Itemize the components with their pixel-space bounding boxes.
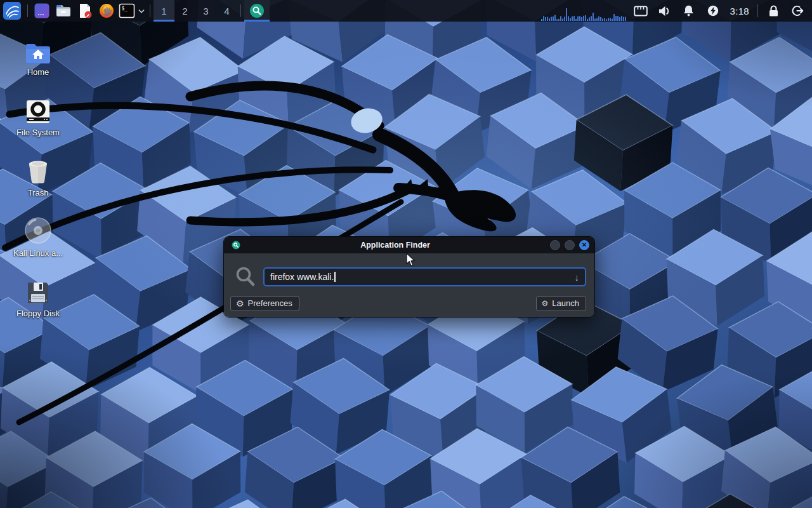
workspace-button-4[interactable]: 4 — [216, 0, 237, 22]
desktop-icon-label: Home — [27, 67, 49, 77]
app-window-icon — [34, 3, 50, 19]
floppy-disk-icon — [26, 277, 50, 305]
trash-can-icon — [25, 156, 51, 184]
close-button[interactable]: ✕ — [579, 240, 589, 250]
close-icon: ✕ — [582, 242, 587, 248]
folder-icon — [55, 3, 72, 19]
lock-icon — [768, 5, 779, 17]
window-title: Application Finder — [240, 241, 550, 250]
launcher-firefox[interactable] — [96, 0, 117, 22]
chevron-down-icon — [138, 9, 145, 13]
preferences-button-label: Preferences — [248, 298, 292, 308]
maximize-button[interactable] — [565, 240, 575, 250]
desktop-icon-floppy[interactable]: Floppy Disk — [5, 277, 71, 318]
kali-logo-icon — [3, 2, 21, 20]
cpu-graph[interactable] — [541, 0, 629, 22]
desktop-icon-label: Trash — [28, 188, 49, 197]
launch-gear-icon: ⚙ — [542, 300, 549, 307]
logout-button[interactable] — [790, 0, 804, 22]
panel-separator — [240, 4, 241, 17]
search-icon — [235, 266, 256, 288]
search-input[interactable]: firefox www.kali. ↓ — [263, 267, 586, 286]
terminal-icon: $_ — [119, 3, 135, 18]
text-caret — [334, 272, 336, 282]
launch-button-label: Launch — [552, 298, 579, 308]
workspace-label: 4 — [224, 6, 229, 17]
application-finder-icon — [232, 241, 240, 250]
desktop-icon-home[interactable]: Home — [5, 36, 71, 77]
desktop-root: { "panel": { "launchers": { "kali_menu":… — [0, 0, 812, 508]
optical-disc-icon — [24, 217, 52, 244]
svg-text:$_: $_ — [122, 6, 128, 11]
firefox-icon — [98, 3, 115, 19]
launcher-app-window[interactable] — [31, 0, 53, 22]
power-lightning-icon — [707, 5, 719, 17]
desktop-icon-column: Home File System — [5, 36, 71, 337]
volume-tray-item[interactable] — [658, 0, 672, 22]
workspace-button-3[interactable]: 3 — [195, 0, 216, 22]
workspace-label: 3 — [203, 6, 208, 17]
harddisk-icon — [26, 96, 50, 124]
application-finder-icon — [249, 3, 265, 18]
home-folder-icon — [25, 36, 51, 64]
top-panel: $_ 1 2 3 4 — [0, 0, 812, 22]
launcher-text-editor[interactable] — [74, 0, 96, 22]
bell-icon — [683, 5, 695, 17]
taskbar-application-finder[interactable] — [244, 0, 270, 22]
clock[interactable]: 3:18 — [730, 6, 749, 17]
mouse-cursor — [404, 253, 417, 267]
ethernet-icon — [634, 6, 648, 17]
application-finder-window: Application Finder ✕ firefox www.kali. ↓ — [223, 236, 595, 318]
speaker-icon — [658, 6, 671, 17]
desktop-icon-label: Kali Linux a... — [13, 248, 63, 258]
panel-tray: 3:18 — [541, 0, 812, 22]
terminal-menu-chevron[interactable] — [136, 0, 147, 22]
panel-separator — [757, 4, 758, 17]
desktop-icon-label: Floppy Disk — [16, 309, 60, 318]
workspace-label: 2 — [182, 6, 187, 17]
workspace-button-2[interactable]: 2 — [174, 0, 195, 22]
desktop-icon-kali-cd[interactable]: Kali Linux a... — [5, 217, 71, 258]
lock-screen-button[interactable] — [766, 0, 780, 22]
notifications-tray-item[interactable] — [682, 0, 696, 22]
titlebar[interactable]: Application Finder ✕ — [224, 237, 594, 253]
panel-separator — [27, 4, 28, 17]
search-input-value: firefox www.kali. — [270, 272, 334, 282]
desktop-icon-filesystem[interactable]: File System — [5, 96, 71, 137]
network-tray-item[interactable] — [634, 0, 648, 22]
minimize-button[interactable] — [550, 240, 560, 250]
panel-separator — [150, 4, 150, 17]
document-edit-icon — [77, 3, 93, 19]
desktop-icon-trash[interactable]: Trash — [5, 156, 71, 197]
workspace-button-1[interactable]: 1 — [154, 0, 174, 22]
launcher-terminal[interactable]: $_ — [117, 0, 136, 22]
preferences-button[interactable]: ⚙ Preferences — [230, 296, 299, 311]
launcher-file-manager[interactable] — [53, 0, 74, 22]
desktop-icon-label: File System — [16, 128, 60, 137]
applications-menu-button[interactable] — [0, 0, 24, 22]
launch-button[interactable]: ⚙ Launch — [536, 296, 586, 311]
workspace-label: 1 — [161, 6, 166, 17]
logout-icon — [791, 4, 804, 17]
gear-icon: ⚙ — [236, 299, 244, 308]
power-manager-tray-item[interactable] — [706, 0, 720, 22]
dropdown-arrow-icon[interactable]: ↓ — [575, 272, 580, 283]
